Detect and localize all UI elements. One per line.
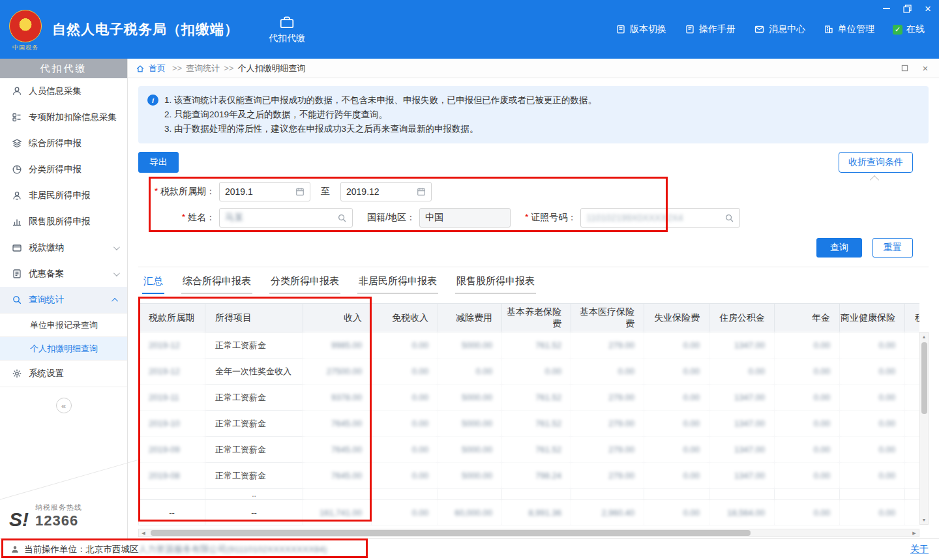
scroll-up-arrow[interactable]: ▲ [922,332,927,341]
cell-total-value: 0.00 [644,500,709,525]
sidebar-item-tax-payment[interactable]: 税款缴纳 [0,235,127,261]
tab-summary[interactable]: 汇总 [142,273,164,294]
cell-total-value: 8,991.36 [502,500,571,525]
horizontal-scrollbar[interactable]: ◀ ▶ [138,529,919,537]
tab-restricted-shares[interactable]: 限售股所得申报表 [455,273,536,294]
sidebar-item-restricted-shares[interactable]: 限售股所得申报 [0,209,127,235]
breadcrumb-home[interactable]: 首页 [149,63,166,74]
calendar-icon[interactable] [417,187,426,196]
notice-line: 3. 由于数据处理的滞后性，建议您在申报成功3天之后再来查询最新的申报数据。 [164,122,918,136]
scroll-down-arrow[interactable]: ▼ [922,516,927,524]
period-start-field[interactable] [219,182,310,201]
person-icon [12,86,22,96]
tab-classified-income[interactable]: 分类所得申报表 [269,273,340,294]
scroll-right-arrow[interactable]: ▶ [910,531,919,536]
window-minimize-button[interactable] [880,3,892,14]
gear-icon [12,368,22,379]
online-status[interactable]: ✓ 在线 [893,23,925,35]
sidebar-item-query-statistics[interactable]: 查询统计 [0,287,127,313]
name-field[interactable]: 马某 [219,208,353,228]
nationality-field[interactable] [419,208,511,228]
cell-value: 279.00 [571,411,644,437]
period-start-input[interactable] [225,186,291,197]
sidebar-item-label: 优惠备案 [29,268,64,280]
logo-caption: 中国税务 [7,44,44,52]
search-icon[interactable] [724,213,734,223]
toolbar: 导出 收折查询条件 [138,152,929,173]
period-end-input[interactable] [346,186,413,197]
current-unit-prefix: 当前操作单位：北京市西城区 [24,544,139,555]
tab-restore-icon[interactable] [899,63,910,74]
cell-value: 1347.00 [709,437,775,463]
tax-bureau-logo: ★ 中国税务 [7,7,44,52]
cell-value: 0.00 [775,332,840,359]
cell-total-value: 0 [905,500,920,525]
horizontal-scroll-thumb[interactable] [151,530,751,536]
sidebar-item-classified-income[interactable]: 分类所得申报 [0,156,127,183]
name-label: 姓名： [138,212,215,224]
unit-management-label: 单位管理 [838,23,874,35]
export-button[interactable]: 导出 [138,152,179,173]
breadcrumb-separator: >> [172,63,182,73]
window-restore-button[interactable] [901,3,913,14]
table-row[interactable]: 2019-12 正常工资薪金 9985.00 0.00 5000.00 761.… [139,332,920,359]
cell-value: 279.00 [571,385,644,411]
cell-value: 798.24 [502,463,571,489]
vertical-scroll-thumb[interactable] [921,342,927,414]
version-switch-link[interactable]: 版本切换 [616,23,666,35]
cell-value: 1347.00 [709,332,775,359]
manual-link[interactable]: 操作手册 [685,23,736,35]
table-row[interactable]: 2019-10 正常工资薪金 7645.00 0.00 5000.00 761.… [139,411,920,437]
mail-icon [754,24,765,35]
scroll-left-arrow[interactable]: ◀ [139,531,148,536]
breadcrumb-query-statistics[interactable]: 查询统计 [186,63,220,74]
table-row[interactable]: 2019-12 全年一次性奖金收入 27500.00 0.00 0.00 0.0… [139,359,920,385]
calendar-icon[interactable] [295,187,305,196]
sidebar-header: 代扣代缴 [0,59,127,78]
sidebar-item-label: 人员信息采集 [29,85,82,97]
col-header-pension: 基本养老保险费 [502,304,571,332]
window-close-button[interactable]: × [922,3,934,14]
sidebar: 代扣代缴 人员信息采集 专项附加扣除信息采集 综合所得申报 分类所得申报 非居民… [0,59,128,538]
query-button[interactable]: 查询 [816,238,862,258]
sidebar-subitem-unit-declaration-query[interactable]: 单位申报记录查询 [0,313,127,336]
sidebar-item-comprehensive-income[interactable]: 综合所得申报 [0,130,127,156]
version-switch-label: 版本切换 [630,23,666,35]
nationality-input[interactable] [425,213,505,223]
sidebar-collapse-button[interactable]: « [56,398,72,413]
breadcrumb-separator: >> [224,63,233,73]
query-form: 税款所属期： 至 姓 [138,182,929,228]
tab-close-icon[interactable]: × [919,63,931,74]
cell-period: 2019-12 [139,359,205,385]
layers-icon [12,138,22,149]
col-header-period: 税款所属期 [139,304,205,332]
sidebar-item-personnel-info[interactable]: 人员信息采集 [0,78,127,104]
search-icon[interactable] [337,213,347,223]
sidebar-item-preference-filing[interactable]: 优惠备案 [0,261,127,287]
cell-value: 0.00 [372,359,438,385]
collapse-query-button[interactable]: 收折查询条件 [839,152,913,173]
reset-button[interactable]: 重置 [872,238,913,258]
module-tab-withholding[interactable]: 代扣代缴 [269,15,305,44]
col-header-income: 收入 [303,304,372,332]
period-end-field[interactable] [340,182,432,201]
cell-total-period: -- [139,500,205,525]
sidebar-item-nonresident-income[interactable]: 非居民所得申报 [0,183,127,209]
message-center-link[interactable]: 消息中心 [754,23,805,35]
table-row-clipped: .. [139,489,920,500]
id-number-field[interactable]: 110102199X0XXXX2X4 [580,208,740,228]
vertical-scrollbar[interactable]: ▲ ▼ [919,332,929,525]
sidebar-item-special-deduction[interactable]: 专项附加扣除信息采集 [0,104,127,130]
table-row[interactable]: 2019-11 正常工资薪金 9378.00 0.00 5000.00 761.… [139,385,920,411]
tab-comprehensive-income[interactable]: 综合所得申报表 [181,273,252,294]
table-row[interactable]: 2019-09 正常工资薪金 7645.00 0.00 5000.00 761.… [139,437,920,463]
tab-nonresident-income[interactable]: 非居民所得申报表 [357,273,438,294]
cell-value: 0.00 [775,411,840,437]
table-row[interactable]: 2019-08 正常工资薪金 7645.00 0.00 5000.00 798.… [139,463,920,489]
sidebar-item-system-settings[interactable]: 系统设置 [0,361,127,387]
cell-period: 2019-09 [139,437,205,463]
about-link[interactable]: 关于 [910,544,929,555]
sidebar-subitem-personal-withholding-query[interactable]: 个人扣缴明细查询 [0,336,127,360]
nationality-label: 国籍/地区： [367,212,415,224]
unit-management-link[interactable]: 单位管理 [824,23,874,35]
